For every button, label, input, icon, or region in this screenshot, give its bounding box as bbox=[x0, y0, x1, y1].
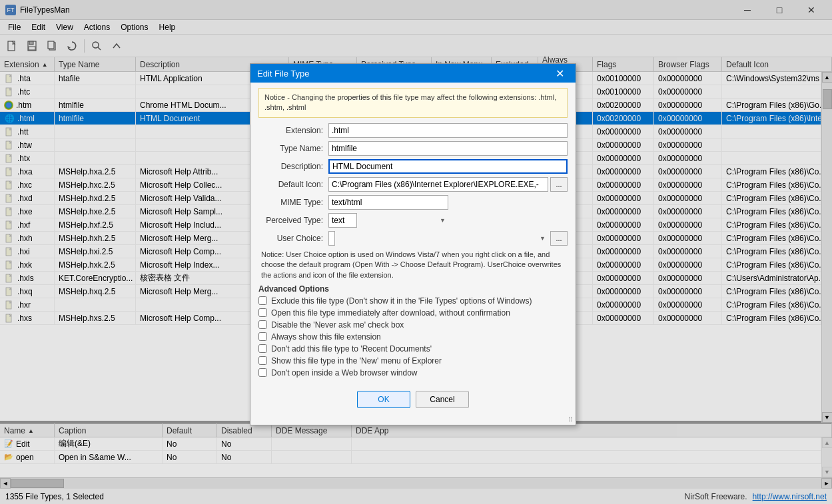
checkbox-norecent-input[interactable] bbox=[258, 344, 267, 353]
perceived-label: Perceived Type: bbox=[258, 216, 328, 225]
userchoice-select-wrapper bbox=[328, 231, 548, 246]
userchoice-select[interactable] bbox=[328, 231, 335, 246]
advanced-title: Advanced Options bbox=[258, 284, 568, 294]
notice-text: Notice - Changing the properties of this… bbox=[264, 93, 556, 111]
perceived-select[interactable]: text ‍ image audio video bbox=[328, 213, 357, 228]
checkbox-alwaysshow-label: Always show this file extension bbox=[271, 332, 381, 342]
dialog-resize-handle[interactable]: ⠿ bbox=[250, 415, 576, 425]
checkbox-newmenu-label: Show this file type in the 'New' menu of… bbox=[271, 356, 442, 366]
defaulticon-browse-button[interactable]: ... bbox=[550, 177, 568, 192]
dialog-close-button[interactable]: ✕ bbox=[550, 64, 569, 83]
checkbox-alwaysshow-input[interactable] bbox=[258, 332, 267, 341]
userchoice-label: User Choice: bbox=[258, 234, 328, 243]
checkbox-opendownload-input[interactable] bbox=[258, 308, 267, 317]
checkbox-nobrowser-input[interactable] bbox=[258, 368, 267, 377]
checkbox-disable-neverask: Disable the 'Never ask me' check box bbox=[258, 320, 568, 330]
extension-row: Extension: bbox=[258, 123, 568, 138]
mimetype-row: MIME Type: bbox=[258, 195, 568, 210]
checkbox-norecent: Don't add this file type to 'Recent Docu… bbox=[258, 344, 568, 354]
dialog-title-bar: Edit File Type ✕ bbox=[250, 64, 576, 83]
description-label: Description: bbox=[258, 162, 328, 171]
notice-box: Notice - Changing the properties of this… bbox=[258, 88, 568, 118]
dialog-title-text: Edit File Type bbox=[257, 69, 310, 79]
typename-input[interactable] bbox=[328, 141, 568, 156]
checkbox-nobrowser: Don't open inside a Web browser window bbox=[258, 368, 568, 378]
dialog-overlay: Edit File Type ✕ Notice - Changing the p… bbox=[0, 0, 832, 504]
cancel-button[interactable]: Cancel bbox=[416, 391, 469, 408]
checkbox-exclude-input[interactable] bbox=[258, 296, 267, 305]
perceived-select-wrapper: text ‍ image audio video bbox=[328, 213, 448, 228]
checkbox-disable-neverask-label: Disable the 'Never ask me' check box bbox=[271, 320, 404, 330]
extension-input[interactable] bbox=[328, 123, 568, 138]
checkbox-newmenu-input[interactable] bbox=[258, 356, 267, 365]
userchoice-notice-text: Notice: User Choice option is used on Wi… bbox=[261, 250, 561, 279]
dialog-content: Notice - Changing the properties of this… bbox=[250, 83, 576, 385]
checkbox-opendownload-label: Open this file type immediately after do… bbox=[271, 308, 510, 318]
edit-file-type-dialog: Edit File Type ✕ Notice - Changing the p… bbox=[250, 63, 576, 425]
perceived-row: Perceived Type: text ‍ image audio video bbox=[258, 213, 568, 228]
checkbox-opendownload: Open this file type immediately after do… bbox=[258, 308, 568, 318]
checkbox-exclude: Exclude this file type (Don't show it in… bbox=[258, 296, 568, 306]
typename-label: Type Name: bbox=[258, 144, 328, 153]
mimetype-input[interactable] bbox=[328, 195, 448, 210]
extension-label: Extension: bbox=[258, 126, 328, 135]
userchoice-notice: Notice: User Choice option is used on Wi… bbox=[258, 250, 568, 280]
checkbox-exclude-label: Exclude this file type (Don't show it in… bbox=[271, 296, 532, 306]
userchoice-browse-button[interactable]: ... bbox=[550, 231, 568, 246]
ok-button[interactable]: OK bbox=[357, 391, 410, 408]
defaulticon-row: Default Icon: ... bbox=[258, 177, 568, 192]
checkbox-nobrowser-label: Don't open inside a Web browser window bbox=[271, 368, 418, 378]
typename-row: Type Name: bbox=[258, 141, 568, 156]
checkbox-disable-neverask-input[interactable] bbox=[258, 320, 267, 329]
checkbox-newmenu: Show this file type in the 'New' menu of… bbox=[258, 356, 568, 366]
defaulticon-input[interactable] bbox=[328, 177, 548, 192]
dialog-buttons: OK Cancel bbox=[250, 385, 576, 415]
mimetype-label: MIME Type: bbox=[258, 198, 328, 207]
description-input[interactable] bbox=[328, 159, 568, 174]
checkbox-norecent-label: Don't add this file type to 'Recent Docu… bbox=[271, 344, 432, 354]
checkbox-alwaysshow: Always show this file extension bbox=[258, 332, 568, 342]
defaulticon-label: Default Icon: bbox=[258, 180, 328, 189]
description-row: Description: bbox=[258, 159, 568, 174]
advanced-section: Advanced Options Exclude this file type … bbox=[258, 284, 568, 378]
userchoice-row: User Choice: ... bbox=[258, 231, 568, 246]
